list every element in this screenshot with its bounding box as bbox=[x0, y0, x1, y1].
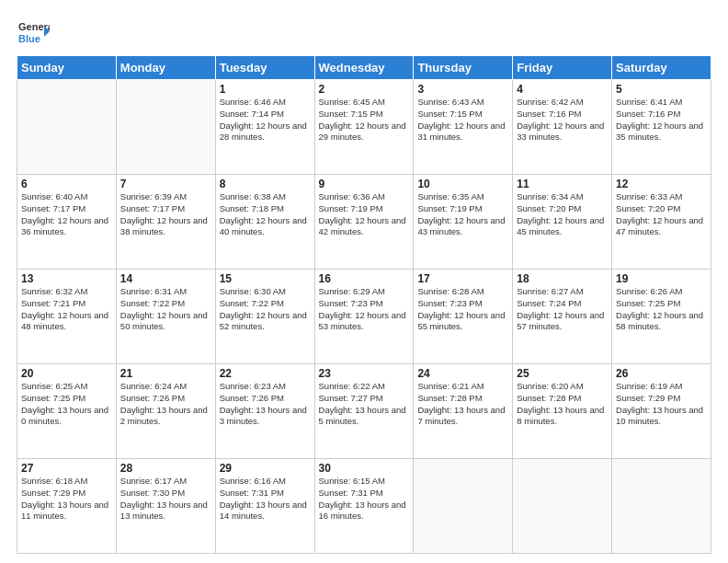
calendar-empty bbox=[116, 80, 215, 175]
day-number: 24 bbox=[417, 367, 508, 380]
calendar-empty bbox=[612, 459, 711, 554]
calendar-empty bbox=[414, 459, 513, 554]
calendar-day-15: 15Sunrise: 6:30 AM Sunset: 7:22 PM Dayli… bbox=[215, 270, 314, 364]
header-sunday: Sunday bbox=[17, 56, 117, 80]
day-number: 8 bbox=[220, 178, 311, 190]
calendar-empty bbox=[513, 459, 612, 554]
calendar-day-18: 18Sunrise: 6:27 AM Sunset: 7:24 PM Dayli… bbox=[513, 270, 612, 364]
day-number: 4 bbox=[517, 83, 608, 96]
calendar-day-21: 21Sunrise: 6:24 AM Sunset: 7:26 PM Dayli… bbox=[116, 364, 215, 459]
day-info: Sunrise: 6:18 AM Sunset: 7:29 PM Dayligh… bbox=[21, 476, 112, 523]
calendar-week-4: 20Sunrise: 6:25 AM Sunset: 7:25 PM Dayli… bbox=[17, 364, 711, 459]
day-number: 27 bbox=[21, 462, 112, 475]
day-info: Sunrise: 6:38 AM Sunset: 7:18 PM Dayligh… bbox=[220, 191, 311, 238]
day-number: 25 bbox=[517, 367, 608, 380]
logo: General Blue bbox=[17, 17, 50, 50]
calendar-day-27: 27Sunrise: 6:18 AM Sunset: 7:29 PM Dayli… bbox=[17, 459, 117, 554]
calendar-day-25: 25Sunrise: 6:20 AM Sunset: 7:28 PM Dayli… bbox=[513, 364, 612, 459]
calendar-day-16: 16Sunrise: 6:29 AM Sunset: 7:23 PM Dayli… bbox=[314, 270, 414, 364]
calendar-day-28: 28Sunrise: 6:17 AM Sunset: 7:30 PM Dayli… bbox=[116, 459, 215, 554]
day-info: Sunrise: 6:36 AM Sunset: 7:19 PM Dayligh… bbox=[319, 191, 410, 238]
calendar-day-10: 10Sunrise: 6:35 AM Sunset: 7:19 PM Dayli… bbox=[414, 175, 513, 270]
day-info: Sunrise: 6:39 AM Sunset: 7:17 PM Dayligh… bbox=[120, 191, 211, 238]
calendar-day-2: 2Sunrise: 6:45 AM Sunset: 7:15 PM Daylig… bbox=[314, 80, 414, 175]
day-info: Sunrise: 6:43 AM Sunset: 7:15 PM Dayligh… bbox=[417, 97, 508, 144]
calendar-week-2: 6Sunrise: 6:40 AM Sunset: 7:17 PM Daylig… bbox=[17, 175, 711, 270]
day-info: Sunrise: 6:19 AM Sunset: 7:29 PM Dayligh… bbox=[616, 381, 707, 428]
calendar-day-26: 26Sunrise: 6:19 AM Sunset: 7:29 PM Dayli… bbox=[612, 364, 711, 459]
day-info: Sunrise: 6:22 AM Sunset: 7:27 PM Dayligh… bbox=[319, 381, 410, 428]
calendar-header-row: SundayMondayTuesdayWednesdayThursdayFrid… bbox=[17, 56, 711, 80]
day-number: 29 bbox=[220, 462, 311, 475]
calendar-day-6: 6Sunrise: 6:40 AM Sunset: 7:17 PM Daylig… bbox=[17, 175, 117, 270]
day-info: Sunrise: 6:42 AM Sunset: 7:16 PM Dayligh… bbox=[517, 97, 608, 144]
day-info: Sunrise: 6:41 AM Sunset: 7:16 PM Dayligh… bbox=[616, 97, 707, 144]
day-number: 1 bbox=[220, 83, 311, 96]
day-info: Sunrise: 6:32 AM Sunset: 7:21 PM Dayligh… bbox=[21, 286, 112, 333]
logo-icon: General Blue bbox=[17, 17, 50, 50]
svg-text:Blue: Blue bbox=[18, 33, 40, 44]
day-number: 13 bbox=[21, 272, 112, 285]
calendar-day-3: 3Sunrise: 6:43 AM Sunset: 7:15 PM Daylig… bbox=[414, 80, 513, 175]
day-number: 16 bbox=[319, 272, 410, 285]
day-info: Sunrise: 6:34 AM Sunset: 7:20 PM Dayligh… bbox=[517, 191, 608, 238]
calendar-day-9: 9Sunrise: 6:36 AM Sunset: 7:19 PM Daylig… bbox=[314, 175, 414, 270]
day-info: Sunrise: 6:23 AM Sunset: 7:26 PM Dayligh… bbox=[220, 381, 311, 428]
calendar-day-23: 23Sunrise: 6:22 AM Sunset: 7:27 PM Dayli… bbox=[314, 364, 414, 459]
calendar-day-30: 30Sunrise: 6:15 AM Sunset: 7:31 PM Dayli… bbox=[314, 459, 414, 554]
day-info: Sunrise: 6:24 AM Sunset: 7:26 PM Dayligh… bbox=[120, 381, 211, 428]
page-header: General Blue bbox=[17, 17, 711, 50]
day-info: Sunrise: 6:33 AM Sunset: 7:20 PM Dayligh… bbox=[616, 191, 707, 238]
day-number: 21 bbox=[120, 367, 211, 380]
day-number: 23 bbox=[319, 367, 410, 380]
day-number: 22 bbox=[220, 367, 311, 380]
day-info: Sunrise: 6:26 AM Sunset: 7:25 PM Dayligh… bbox=[616, 286, 707, 333]
day-number: 12 bbox=[616, 178, 707, 190]
calendar-day-13: 13Sunrise: 6:32 AM Sunset: 7:21 PM Dayli… bbox=[17, 270, 117, 364]
calendar-day-11: 11Sunrise: 6:34 AM Sunset: 7:20 PM Dayli… bbox=[513, 175, 612, 270]
day-info: Sunrise: 6:17 AM Sunset: 7:30 PM Dayligh… bbox=[120, 476, 211, 523]
day-number: 15 bbox=[220, 272, 311, 285]
calendar-empty bbox=[17, 80, 117, 175]
day-number: 6 bbox=[21, 178, 112, 190]
calendar-day-19: 19Sunrise: 6:26 AM Sunset: 7:25 PM Dayli… bbox=[612, 270, 711, 364]
day-info: Sunrise: 6:31 AM Sunset: 7:22 PM Dayligh… bbox=[120, 286, 211, 333]
calendar-day-1: 1Sunrise: 6:46 AM Sunset: 7:14 PM Daylig… bbox=[215, 80, 314, 175]
header-saturday: Saturday bbox=[612, 56, 711, 80]
day-info: Sunrise: 6:16 AM Sunset: 7:31 PM Dayligh… bbox=[220, 476, 311, 523]
day-number: 7 bbox=[120, 178, 211, 190]
day-info: Sunrise: 6:21 AM Sunset: 7:28 PM Dayligh… bbox=[417, 381, 508, 428]
day-number: 9 bbox=[319, 178, 410, 190]
header-wednesday: Wednesday bbox=[314, 56, 414, 80]
day-info: Sunrise: 6:40 AM Sunset: 7:17 PM Dayligh… bbox=[21, 191, 112, 238]
day-number: 20 bbox=[21, 367, 112, 380]
day-number: 28 bbox=[120, 462, 211, 475]
day-number: 5 bbox=[616, 83, 707, 96]
day-number: 19 bbox=[616, 272, 707, 285]
calendar-day-24: 24Sunrise: 6:21 AM Sunset: 7:28 PM Dayli… bbox=[414, 364, 513, 459]
day-info: Sunrise: 6:30 AM Sunset: 7:22 PM Dayligh… bbox=[220, 286, 311, 333]
header-monday: Monday bbox=[116, 56, 215, 80]
header-thursday: Thursday bbox=[414, 56, 513, 80]
calendar-week-3: 13Sunrise: 6:32 AM Sunset: 7:21 PM Dayli… bbox=[17, 270, 711, 364]
day-number: 2 bbox=[319, 83, 410, 96]
calendar-week-1: 1Sunrise: 6:46 AM Sunset: 7:14 PM Daylig… bbox=[17, 80, 711, 175]
day-number: 14 bbox=[120, 272, 211, 285]
calendar-day-4: 4Sunrise: 6:42 AM Sunset: 7:16 PM Daylig… bbox=[513, 80, 612, 175]
calendar-day-8: 8Sunrise: 6:38 AM Sunset: 7:18 PM Daylig… bbox=[215, 175, 314, 270]
day-number: 3 bbox=[417, 83, 508, 96]
calendar-day-29: 29Sunrise: 6:16 AM Sunset: 7:31 PM Dayli… bbox=[215, 459, 314, 554]
calendar-day-5: 5Sunrise: 6:41 AM Sunset: 7:16 PM Daylig… bbox=[612, 80, 711, 175]
day-number: 11 bbox=[517, 178, 608, 190]
day-info: Sunrise: 6:28 AM Sunset: 7:23 PM Dayligh… bbox=[417, 286, 508, 333]
header-tuesday: Tuesday bbox=[215, 56, 314, 80]
day-info: Sunrise: 6:29 AM Sunset: 7:23 PM Dayligh… bbox=[319, 286, 410, 333]
day-info: Sunrise: 6:27 AM Sunset: 7:24 PM Dayligh… bbox=[517, 286, 608, 333]
day-info: Sunrise: 6:15 AM Sunset: 7:31 PM Dayligh… bbox=[319, 476, 410, 523]
calendar-day-20: 20Sunrise: 6:25 AM Sunset: 7:25 PM Dayli… bbox=[17, 364, 117, 459]
day-info: Sunrise: 6:25 AM Sunset: 7:25 PM Dayligh… bbox=[21, 381, 112, 428]
day-number: 10 bbox=[417, 178, 508, 190]
calendar-day-22: 22Sunrise: 6:23 AM Sunset: 7:26 PM Dayli… bbox=[215, 364, 314, 459]
day-info: Sunrise: 6:45 AM Sunset: 7:15 PM Dayligh… bbox=[319, 97, 410, 144]
day-number: 18 bbox=[517, 272, 608, 285]
